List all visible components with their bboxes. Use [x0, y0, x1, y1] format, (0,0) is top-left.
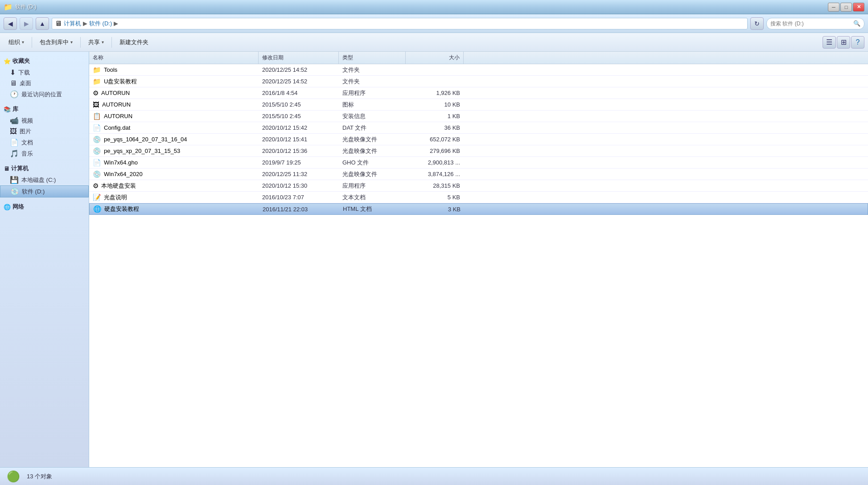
video-icon: 📹 — [10, 116, 19, 125]
file-icon: 📝 — [93, 193, 101, 201]
col-header-date[interactable]: 修改日期 — [259, 52, 339, 64]
table-row[interactable]: 💿 pe_yqs_xp_20_07_31_15_53 2020/10/12 15… — [89, 145, 868, 157]
sidebar-section-library: 📚 库 📹 视频 🖼 图片 📄 文档 🎵 音乐 — [0, 103, 89, 159]
organize-button[interactable]: 组织 ▾ — [4, 35, 29, 49]
sidebar-item-local-d[interactable]: 💿 软件 (D:) — [0, 185, 89, 197]
table-row[interactable]: ⚙ 本地硬盘安装 2020/10/12 15:30 应用程序 28,315 KB — [89, 180, 868, 192]
maximize-button[interactable]: □ — [840, 3, 852, 12]
sidebar-item-download[interactable]: ⬇ 下载 — [0, 67, 89, 78]
breadcrumb-computer-icon: 🖥 — [55, 20, 62, 28]
file-list[interactable]: 📁 Tools 2020/12/25 14:52 文件夹 📁 U盘安装教程 20… — [89, 64, 868, 467]
table-row[interactable]: 🖼 AUTORUN 2015/5/10 2:45 图标 10 KB — [89, 99, 868, 111]
picture-icon: 🖼 — [10, 127, 17, 136]
back-button[interactable]: ◀ — [4, 17, 17, 30]
file-name-cell: 💿 pe_yqs_xp_20_07_31_15_53 — [89, 147, 259, 155]
file-size-cell: 10 KB — [406, 101, 464, 108]
file-type-cell: 文件夹 — [339, 78, 406, 86]
col-size-label: 大小 — [449, 54, 460, 62]
file-name-cell: 📋 AUTORUN — [89, 112, 259, 120]
search-input[interactable] — [770, 21, 852, 27]
table-row[interactable]: 📁 Tools 2020/12/25 14:52 文件夹 — [89, 64, 868, 76]
close-button[interactable]: ✕ — [853, 3, 864, 12]
sidebar-computer-header[interactable]: 🖥 计算机 — [0, 163, 89, 174]
file-name-cell: 💿 pe_yqs_1064_20_07_31_16_04 — [89, 136, 259, 144]
sidebar-desktop-label: 桌面 — [20, 79, 31, 87]
sidebar-library-header[interactable]: 📚 库 — [0, 103, 89, 115]
file-name-cell: 📄 Win7x64.gho — [89, 159, 259, 167]
table-row[interactable]: ⚙ AUTORUN 2016/1/8 4:54 应用程序 1,926 KB — [89, 87, 868, 99]
view-options-button[interactable]: ☰ — [823, 36, 836, 49]
minimize-button[interactable]: ─ — [828, 3, 839, 12]
forward-button[interactable]: ▶ — [20, 17, 33, 30]
file-type-cell: 应用程序 — [339, 89, 406, 97]
col-header-size[interactable]: 大小 — [406, 52, 464, 64]
file-date-cell: 2020/10/12 15:30 — [259, 182, 339, 189]
table-row[interactable]: 💿 Win7x64_2020 2020/12/25 11:32 光盘映像文件 3… — [89, 169, 868, 180]
search-bar: 🔍 — [766, 18, 864, 29]
file-size-cell: 3 KB — [406, 206, 464, 213]
sidebar-item-document[interactable]: 📄 文档 — [0, 137, 89, 148]
sidebar-favorites-header[interactable]: ⭐ 收藏夹 — [0, 55, 89, 67]
local-c-icon: 💾 — [10, 176, 19, 184]
download-icon: ⬇ — [10, 68, 16, 77]
file-name: AUTORUN — [101, 90, 130, 96]
file-date-cell: 2020/10/12 15:36 — [259, 148, 339, 154]
window-icon: 📁 — [4, 3, 12, 11]
sidebar-item-desktop[interactable]: 🖥 桌面 — [0, 78, 89, 89]
table-row[interactable]: 🌐 硬盘安装教程 2016/11/21 22:03 HTML 文档 3 KB — [89, 203, 868, 215]
sidebar-local-c-label: 本地磁盘 (C:) — [21, 176, 56, 184]
up-button[interactable]: ▲ — [36, 17, 49, 30]
share-button[interactable]: 共享 ▾ — [83, 35, 109, 49]
local-d-icon: 💿 — [10, 187, 19, 196]
col-header-type[interactable]: 类型 — [339, 52, 406, 64]
sidebar-music-label: 音乐 — [21, 150, 33, 158]
table-row[interactable]: 📄 Config.dat 2020/10/12 15:42 DAT 文件 36 … — [89, 122, 868, 134]
new-folder-button[interactable]: 新建文件夹 — [115, 35, 153, 49]
sidebar-item-video[interactable]: 📹 视频 — [0, 115, 89, 126]
file-icon: 🖼 — [93, 101, 99, 108]
breadcrumb-sep-1: ▶ — [83, 20, 87, 27]
file-date-cell: 2019/9/7 19:25 — [259, 159, 339, 166]
status-bar: 🟢 13 个对象 — [0, 467, 868, 485]
file-size-cell: 28,315 KB — [406, 182, 464, 189]
table-row[interactable]: 📋 AUTORUN 2015/5/10 2:45 安装信息 1 KB — [89, 111, 868, 122]
table-row[interactable]: 📁 U盘安装教程 2020/12/25 14:52 文件夹 — [89, 76, 868, 87]
sidebar-item-recent[interactable]: 🕐 最近访问的位置 — [0, 89, 89, 100]
include-button[interactable]: 包含到库中 ▾ — [35, 35, 78, 49]
file-date-cell: 2020/12/25 11:32 — [259, 171, 339, 177]
sidebar-item-local-c[interactable]: 💾 本地磁盘 (C:) — [0, 174, 89, 185]
file-type-cell: 光盘映像文件 — [339, 170, 406, 178]
breadcrumb-computer[interactable]: 计算机 — [64, 20, 81, 28]
file-name-cell: 🌐 硬盘安装教程 — [90, 205, 259, 213]
computer-icon: 🖥 — [4, 165, 9, 172]
file-date-cell: 2016/1/8 4:54 — [259, 90, 339, 96]
sidebar-item-music[interactable]: 🎵 音乐 — [0, 148, 89, 159]
sidebar-item-picture[interactable]: 🖼 图片 — [0, 126, 89, 137]
file-name-cell: 💿 Win7x64_2020 — [89, 170, 259, 178]
table-row[interactable]: 💿 pe_yqs_1064_20_07_31_16_04 2020/10/12 … — [89, 134, 868, 145]
table-row[interactable]: 📝 光盘说明 2016/10/23 7:07 文本文档 5 KB — [89, 192, 868, 203]
refresh-button[interactable]: ↻ — [750, 17, 764, 30]
file-type-cell: 安装信息 — [339, 112, 406, 120]
title-bar: 📁 软件 (D:) ─ □ ✕ — [0, 0, 868, 14]
help-button[interactable]: ? — [851, 36, 864, 49]
file-name-cell: ⚙ 本地硬盘安装 — [89, 182, 259, 190]
file-type-cell: DAT 文件 — [339, 124, 406, 132]
file-type-cell: HTML 文档 — [339, 205, 406, 213]
search-icon: 🔍 — [853, 20, 860, 27]
toolbar: 组织 ▾ 包含到库中 ▾ 共享 ▾ 新建文件夹 ☰ ⊞ ? — [0, 33, 868, 52]
file-icon: 💿 — [93, 147, 101, 155]
sidebar-library-label: 库 — [12, 105, 18, 113]
details-button[interactable]: ⊞ — [837, 36, 850, 49]
file-type-cell: 文本文档 — [339, 193, 406, 201]
file-icon: 📄 — [93, 124, 101, 132]
file-name: AUTORUN — [102, 101, 131, 108]
col-header-name[interactable]: 名称 — [89, 52, 259, 64]
sidebar-local-d-label: 软件 (D:) — [22, 188, 45, 196]
file-list-container: 名称 修改日期 类型 大小 📁 Tools 2020/12/25 14:52 文… — [89, 52, 868, 467]
file-name-cell: 📄 Config.dat — [89, 124, 259, 132]
sidebar-network-header[interactable]: 🌐 网络 — [0, 201, 89, 213]
table-row[interactable]: 📄 Win7x64.gho 2019/9/7 19:25 GHO 文件 2,90… — [89, 157, 868, 169]
breadcrumb-drive[interactable]: 软件 (D:) — [89, 20, 112, 28]
sidebar-section-favorites: ⭐ 收藏夹 ⬇ 下载 🖥 桌面 🕐 最近访问的位置 — [0, 55, 89, 100]
